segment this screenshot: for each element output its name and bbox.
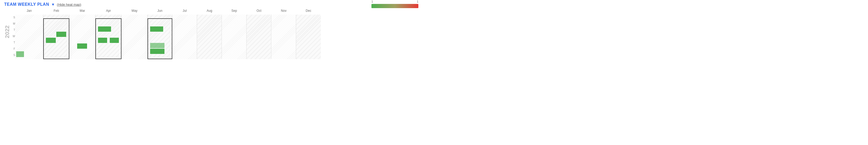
month-block-aug — [197, 15, 222, 59]
chart-area: 2022 S M T W T F S Jan Feb Mar Apr May J… — [4, 9, 430, 59]
heat-apr-2 — [98, 38, 107, 43]
day-label-f: F — [10, 46, 15, 51]
filter-icon[interactable]: ▼ — [51, 2, 55, 6]
month-block-mar — [69, 15, 95, 59]
legend-numbers: 1 1 — [371, 0, 418, 3]
heat-apr-1 — [98, 26, 111, 32]
heat-jun-1 — [150, 26, 163, 32]
month-bg-mar — [69, 15, 95, 59]
month-bg-nov — [271, 15, 296, 59]
month-jan: Jan — [15, 9, 43, 14]
heat-mar-1 — [77, 44, 87, 49]
month-block-jul — [172, 15, 197, 59]
month-block-dec — [296, 15, 321, 59]
month-block-sep — [222, 15, 247, 59]
heat-feb-2 — [46, 38, 56, 43]
month-bg-sep — [222, 15, 246, 59]
heat-jan-1 — [16, 51, 24, 57]
grid-container — [15, 15, 430, 59]
heat-apr-3 — [110, 38, 119, 43]
month-nov: Nov — [271, 9, 296, 14]
legend-area: 1 1 — [371, 0, 418, 8]
day-label-m: M — [10, 21, 15, 26]
month-apr: Apr — [95, 9, 121, 14]
month-block-apr — [95, 15, 121, 59]
day-label-t1: T — [10, 27, 15, 32]
month-mar: Mar — [69, 9, 95, 14]
month-sep: Sep — [222, 9, 247, 14]
month-block-may — [121, 15, 148, 59]
days-column: S M T W T F S — [10, 9, 15, 59]
legend-max: 1 — [417, 0, 418, 3]
month-block-feb — [43, 15, 69, 59]
legend-min: 1 — [371, 0, 373, 3]
heat-jun-3 — [150, 43, 164, 48]
hide-heatmap-button[interactable]: (Hide heat map) — [57, 3, 81, 6]
month-oct: Oct — [247, 9, 271, 14]
months-row: Jan Feb Mar Apr May Jun Jul Aug Sep Oct … — [15, 9, 430, 14]
heat-feb-1 — [56, 32, 66, 37]
year-label: 2022 — [4, 9, 10, 59]
month-may: May — [121, 9, 148, 14]
heat-jun-2 — [150, 49, 164, 54]
month-bg-may — [121, 15, 147, 59]
page-title: TEAM WEEKLY PLAN — [4, 2, 49, 7]
month-bg-dec — [296, 15, 321, 59]
header: TEAM WEEKLY PLAN ▼ (Hide heat map) 1 1 — [4, 2, 430, 7]
legend-gradient — [371, 4, 418, 8]
main-chart: Jan Feb Mar Apr May Jun Jul Aug Sep Oct … — [15, 9, 430, 59]
day-label-s2: S — [10, 53, 15, 57]
month-aug: Aug — [197, 9, 222, 14]
month-jul: Jul — [172, 9, 197, 14]
month-feb: Feb — [43, 9, 69, 14]
month-bg-aug — [197, 15, 222, 59]
month-bg-oct — [247, 15, 271, 59]
day-label-t2: T — [10, 40, 15, 45]
month-jun: Jun — [148, 9, 172, 14]
month-block-jan — [15, 15, 43, 59]
day-label-w: W — [10, 34, 15, 39]
month-block-nov — [271, 15, 296, 59]
month-block-oct — [247, 15, 271, 59]
month-dec: Dec — [296, 9, 321, 14]
main-container: TEAM WEEKLY PLAN ▼ (Hide heat map) 1 1 2… — [0, 0, 434, 61]
month-bg-jul — [172, 15, 197, 59]
month-block-jun — [148, 15, 172, 59]
day-label-s1: S — [10, 15, 15, 20]
